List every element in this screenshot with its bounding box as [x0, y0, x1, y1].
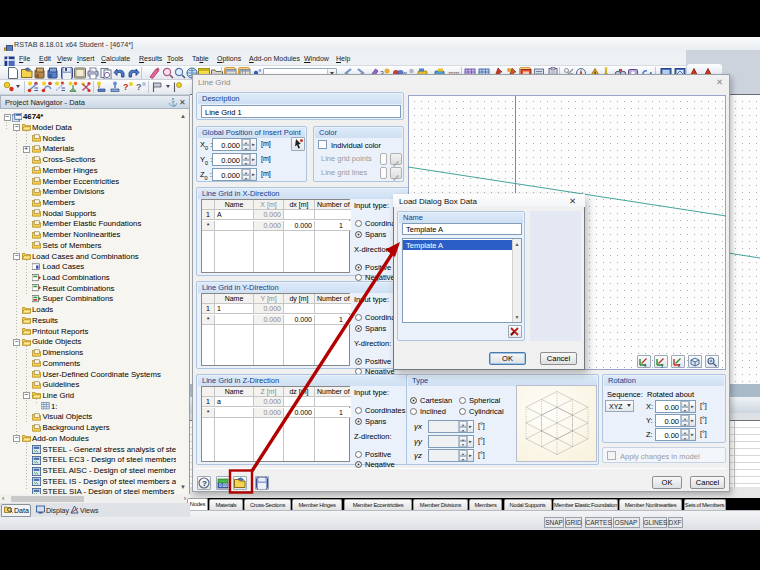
svg-text:0.00: 0.00: [219, 483, 228, 488]
svg-text:?: ?: [202, 479, 207, 488]
svg-text:x: x: [644, 362, 647, 368]
svg-text:y: y: [661, 362, 664, 368]
svg-text:z: z: [678, 362, 681, 368]
